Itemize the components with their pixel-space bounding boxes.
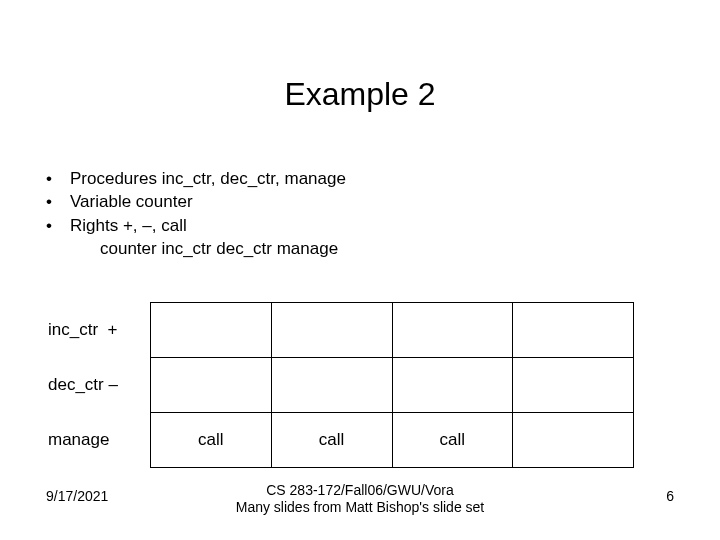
slide-root: Example 2 •Procedures inc_ctr, dec_ctr, …	[0, 0, 720, 540]
row-label: inc_ctr +	[46, 303, 151, 358]
bullet-text: Rights +, –, call	[70, 216, 187, 235]
acm-cell: call	[271, 413, 392, 468]
footer-page-number: 6	[666, 488, 674, 504]
slide-title: Example 2	[0, 76, 720, 113]
row-right: –	[108, 375, 117, 394]
row-right: +	[108, 320, 118, 339]
acm-table: inc_ctr + dec_ctr – manage	[46, 302, 634, 468]
bullet-item: •Rights +, –, call	[46, 215, 346, 236]
bullet-text: Variable counter	[70, 192, 193, 211]
acm-cell	[271, 303, 392, 358]
row-name: manage	[48, 430, 109, 449]
table-row: inc_ctr +	[46, 303, 634, 358]
bullet-dot-icon: •	[46, 191, 70, 212]
row-label: manage	[46, 413, 151, 468]
bullet-item: •Variable counter	[46, 191, 346, 212]
table-row: dec_ctr –	[46, 358, 634, 413]
row-name: dec_ctr	[48, 375, 104, 394]
footer-line2: Many slides from Matt Bishop's slide set	[236, 499, 485, 515]
bullet-item: •Procedures inc_ctr, dec_ctr, manage	[46, 168, 346, 189]
acm-cell	[271, 358, 392, 413]
footer-line1: CS 283-172/Fall06/GWU/Vora	[266, 482, 454, 498]
footer-attribution: CS 283-172/Fall06/GWU/Vora Many slides f…	[0, 482, 720, 516]
acm-cell	[151, 303, 272, 358]
acm-cell	[513, 413, 634, 468]
acm-cell	[513, 358, 634, 413]
acm-table-wrap: inc_ctr + dec_ctr – manage	[46, 302, 634, 468]
acm-cell	[392, 303, 513, 358]
acm-cell	[151, 358, 272, 413]
bullet-dot-icon: •	[46, 168, 70, 189]
column-headers-line: counter inc_ctr dec_ctr manage	[46, 238, 346, 259]
bullet-dot-icon: •	[46, 215, 70, 236]
bullet-list: •Procedures inc_ctr, dec_ctr, manage •Va…	[46, 168, 346, 261]
bullet-text: Procedures inc_ctr, dec_ctr, manage	[70, 169, 346, 188]
acm-cell	[392, 358, 513, 413]
acm-cell: call	[151, 413, 272, 468]
acm-cell: call	[392, 413, 513, 468]
row-label: dec_ctr –	[46, 358, 151, 413]
table-row: manage call call call	[46, 413, 634, 468]
acm-cell	[513, 303, 634, 358]
row-name: inc_ctr	[48, 320, 98, 339]
